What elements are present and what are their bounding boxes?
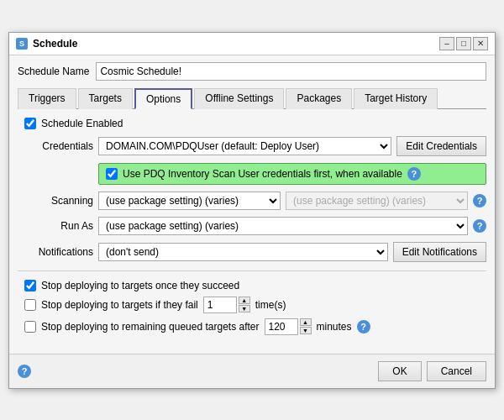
scanning-label: Scanning — [18, 195, 93, 207]
stop-3-spinner-btns: ▲ ▼ — [300, 318, 312, 334]
scanning-select-2[interactable]: (use package setting) (varies) — [286, 192, 468, 210]
app-icon: S — [16, 38, 28, 50]
edit-credentials-button[interactable]: Edit Credentials — [396, 136, 486, 156]
footer: ? OK Cancel — [9, 354, 495, 388]
stop-row-3: Stop deploying to remaining queued targe… — [24, 318, 486, 335]
stop-2-down[interactable]: ▼ — [239, 305, 250, 312]
stop-deploy-section: Stop deploying to targets once they succ… — [18, 280, 486, 335]
title-bar-controls: – □ ✕ — [439, 37, 488, 50]
ok-button[interactable]: OK — [378, 361, 421, 381]
stop-3-label: Stop deploying to remaining queued targe… — [41, 321, 260, 333]
cancel-button[interactable]: Cancel — [427, 361, 486, 381]
notifications-label: Notifications — [18, 246, 93, 258]
credentials-content: DOMAIN.COM\PDQUser (default: Deploy User… — [98, 136, 486, 156]
credentials-label: Credentials — [18, 140, 93, 152]
stop-3-down[interactable]: ▼ — [300, 327, 312, 334]
edit-notifications-button[interactable]: Edit Notifications — [393, 242, 486, 262]
scanning-row: Scanning (use package setting) (varies) … — [18, 192, 486, 210]
run-as-help-icon[interactable]: ? — [473, 219, 486, 233]
run-as-content: (use package setting) (varies) ? — [98, 217, 486, 235]
stop-3-up[interactable]: ▲ — [300, 318, 312, 326]
stop-2-spinner-btns: ▲ ▼ — [239, 297, 250, 312]
tab-target-history[interactable]: Target History — [354, 88, 438, 109]
stop-3-count[interactable] — [265, 318, 298, 335]
main-content: Schedule Name Triggers Targets Options O… — [9, 55, 495, 347]
schedule-name-label: Schedule Name — [18, 66, 89, 77]
stop-row-2: Stop deploying to targets if they fail ▲… — [24, 297, 486, 313]
stop-3-help-icon[interactable]: ? — [357, 320, 370, 333]
maximize-button[interactable]: □ — [456, 37, 471, 50]
scanning-help-icon[interactable]: ? — [473, 194, 486, 207]
pdq-inventory-help-icon[interactable]: ? — [407, 167, 421, 181]
run-as-select[interactable]: (use package setting) (varies) — [98, 217, 468, 235]
notifications-select[interactable]: (don't send) — [98, 243, 388, 261]
notifications-row: Notifications (don't send) Edit Notifica… — [18, 242, 486, 262]
footer-help-icon[interactable]: ? — [18, 365, 31, 378]
tabs-container: Triggers Targets Options Offline Setting… — [18, 87, 486, 109]
window-title: Schedule — [33, 38, 77, 50]
tab-triggers[interactable]: Triggers — [18, 88, 76, 109]
schedule-enabled-checkbox[interactable] — [24, 118, 36, 129]
title-bar: S Schedule – □ ✕ — [9, 33, 495, 55]
stop-2-count[interactable] — [203, 297, 237, 313]
schedule-window: S Schedule – □ ✕ Schedule Name Triggers … — [8, 32, 496, 389]
stop-2-up[interactable]: ▲ — [239, 297, 250, 304]
scanning-content: (use package setting) (varies) (use pack… — [98, 192, 486, 210]
run-as-label: Run As — [18, 220, 93, 232]
credentials-select[interactable]: DOMAIN.COM\PDQUser (default: Deploy User… — [98, 137, 391, 155]
tab-targets[interactable]: Targets — [78, 88, 133, 109]
stop-1-checkbox[interactable] — [24, 280, 36, 291]
credentials-row: Credentials DOMAIN.COM\PDQUser (default:… — [18, 136, 486, 156]
pdq-inventory-row: Use PDQ Inventory Scan User credentials … — [98, 163, 486, 185]
pdq-inventory-checkbox[interactable] — [106, 168, 118, 180]
schedule-name-input[interactable] — [96, 62, 486, 81]
schedule-enabled-label: Schedule Enabled — [41, 118, 123, 129]
notifications-content: (don't send) Edit Notifications — [98, 242, 486, 262]
pdq-inventory-label: Use PDQ Inventory Scan User credentials … — [123, 168, 402, 180]
tab-offline-settings[interactable]: Offline Settings — [194, 88, 284, 109]
stop-2-suffix: time(s) — [255, 299, 286, 311]
stop-2-label: Stop deploying to targets if they fail — [41, 299, 198, 311]
close-button[interactable]: ✕ — [473, 37, 488, 50]
schedule-name-row: Schedule Name — [18, 62, 486, 81]
title-bar-left: S Schedule — [16, 38, 77, 50]
stop-3-spinner: ▲ ▼ — [265, 318, 312, 335]
stop-3-suffix: minutes — [317, 321, 352, 333]
schedule-enabled-row: Schedule Enabled — [18, 118, 486, 129]
stop-2-spinner: ▲ ▼ — [203, 297, 250, 313]
stop-2-checkbox[interactable] — [24, 299, 36, 311]
stop-3-checkbox[interactable] — [24, 321, 36, 333]
minimize-button[interactable]: – — [439, 37, 454, 50]
stop-row-1: Stop deploying to targets once they succ… — [24, 280, 486, 291]
divider — [18, 270, 486, 271]
tab-packages[interactable]: Packages — [286, 88, 352, 109]
tab-options[interactable]: Options — [134, 88, 192, 109]
footer-buttons: OK Cancel — [378, 361, 486, 381]
stop-1-label: Stop deploying to targets once they succ… — [41, 280, 239, 291]
run-as-row: Run As (use package setting) (varies) ? — [18, 217, 486, 235]
scanning-select-1[interactable]: (use package setting) (varies) — [98, 192, 281, 210]
